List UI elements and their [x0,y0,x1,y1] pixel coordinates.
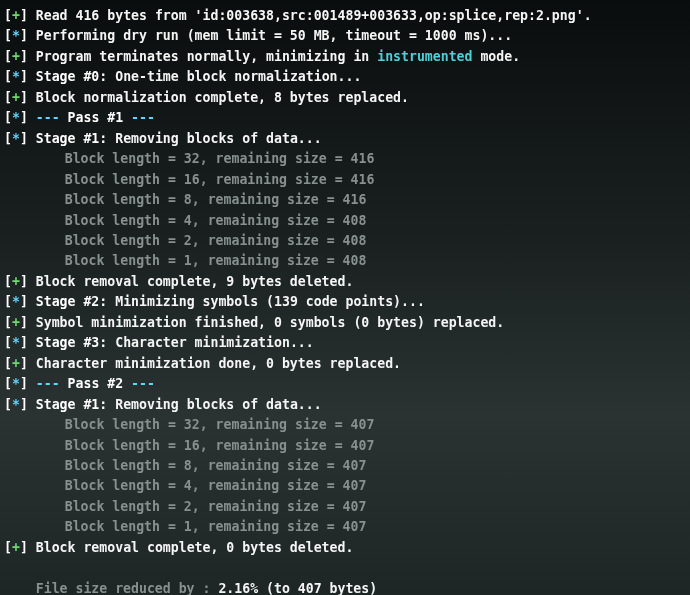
log-line: [*] --- Pass #2 --- [4,374,686,394]
stat-row: File size reduced by : 2.16% (to 407 byt… [4,579,686,595]
log-line: Block length = 2, remaining size = 407 [4,497,686,517]
log-line: Block length = 1, remaining size = 408 [4,251,686,271]
log-text: --- [36,376,68,391]
log-line: Block length = 32, remaining size = 407 [4,415,686,435]
log-line: [*] Stage #2: Minimizing symbols (139 co… [4,292,686,312]
log-line: [*] Stage #1: Removing blocks of data... [4,129,686,149]
log-line: [+] Symbol minimization finished, 0 symb… [4,313,686,333]
status-tag: [+] [4,315,36,330]
log-line: [*] Stage #3: Character minimization... [4,333,686,353]
log-text: Stage #3: [36,335,107,350]
status-tag: [*] [4,110,36,125]
log-line: [+] Block normalization complete, 8 byte… [4,88,686,108]
status-tag: [*] [4,28,36,43]
status-tag: [+] [4,49,36,64]
log-line: Block length = 4, remaining size = 407 [4,476,686,496]
status-tag: [*] [4,69,36,84]
log-line: [*] Stage #0: One-time block normalizati… [4,67,686,87]
log-text: Block length = 4, remaining size = 408 [65,213,367,228]
status-tag: [+] [4,540,36,555]
log-text: Character minimization done, 0 bytes rep… [36,356,401,371]
log-text: Stage #0: [36,69,107,84]
status-tag: [*] [4,131,36,146]
log-text: Program terminates normally, minimizing … [36,49,377,64]
log-text: Block length = 2, remaining size = 407 [65,499,367,514]
log-line: [*] Stage #1: Removing blocks of data... [4,395,686,415]
log-text: Pass #2 [68,376,124,391]
log-text: --- [123,376,155,391]
log-line: Block length = 32, remaining size = 416 [4,149,686,169]
log-line: [*] Performing dry run (mem limit = 50 M… [4,26,686,46]
log-line: Block length = 4, remaining size = 408 [4,211,686,231]
log-text: Block length = 16, remaining size = 416 [65,172,375,187]
log-text: Removing blocks of data... [107,397,321,412]
log-line: [+] Block removal complete, 9 bytes dele… [4,272,686,292]
terminal-output: [+] Read 416 bytes from 'id:003638,src:0… [4,6,686,595]
log-line: Block length = 2, remaining size = 408 [4,231,686,251]
log-text: Read 416 bytes from 'id:003638,src:00148… [36,8,592,23]
log-text: Stage #2: [36,294,107,309]
log-text: Stage #1: [36,397,107,412]
status-tag: [*] [4,397,36,412]
status-tag: [+] [4,274,36,289]
log-text: Block length = 2, remaining size = 408 [65,233,367,248]
log-text: Minimizing symbols (139 code points)... [107,294,425,309]
log-text: Block length = 8, remaining size = 416 [65,192,367,207]
stat-value: 2.16% (to 407 bytes) [218,581,377,595]
log-text: --- [123,110,155,125]
log-line: [+] Block removal complete, 0 bytes dele… [4,538,686,558]
log-line: Block length = 16, remaining size = 416 [4,170,686,190]
log-text: Stage #1: [36,131,107,146]
stat-label: File size reduced by : [4,581,218,595]
log-line: [*] --- Pass #1 --- [4,108,686,128]
log-text: instrumented [377,49,472,64]
log-line: Block length = 8, remaining size = 407 [4,456,686,476]
status-tag: [+] [4,90,36,105]
log-text: Block length = 8, remaining size = 407 [65,458,367,473]
log-line: Block length = 8, remaining size = 416 [4,190,686,210]
log-line: Block length = 16, remaining size = 407 [4,436,686,456]
log-text: Block length = 16, remaining size = 407 [65,438,375,453]
log-line: [+] Character minimization done, 0 bytes… [4,354,686,374]
log-text: Removing blocks of data... [107,131,321,146]
log-text: Block removal complete, 0 bytes deleted. [36,540,354,555]
log-text: Block length = 1, remaining size = 408 [65,253,367,268]
log-text: Block length = 32, remaining size = 407 [65,417,375,432]
log-text: One-time block normalization... [107,69,361,84]
log-text: Block removal complete, 9 bytes deleted. [36,274,354,289]
log-text: Character minimization... [107,335,313,350]
log-line: [+] Program terminates normally, minimiz… [4,47,686,67]
log-text: Block length = 32, remaining size = 416 [65,151,375,166]
log-text: Pass #1 [68,110,124,125]
status-tag: [*] [4,335,36,350]
log-text: Performing dry run (mem limit = 50 MB, t… [36,28,512,43]
status-tag: [+] [4,356,36,371]
status-tag: [+] [4,8,36,23]
status-tag: [*] [4,376,36,391]
log-line: Block length = 1, remaining size = 407 [4,517,686,537]
status-tag: [*] [4,294,36,309]
log-text: mode. [472,49,520,64]
log-text: --- [36,110,68,125]
log-text: Block normalization complete, 8 bytes re… [36,90,409,105]
log-line: [+] Read 416 bytes from 'id:003638,src:0… [4,6,686,26]
log-text: Symbol minimization finished, 0 symbols … [36,315,504,330]
log-text: Block length = 4, remaining size = 407 [65,478,367,493]
log-text: Block length = 1, remaining size = 407 [65,519,367,534]
